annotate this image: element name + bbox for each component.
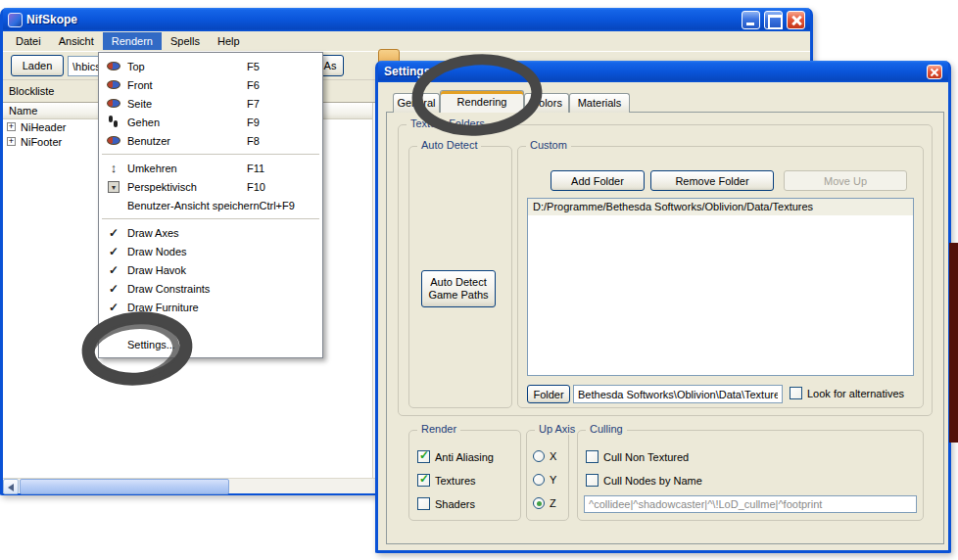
menu-spells[interactable]: Spells: [162, 32, 209, 50]
scroll-left-button[interactable]: [3, 479, 19, 494]
close-button[interactable]: [787, 11, 805, 29]
footsteps-icon: [108, 116, 120, 128]
main-titlebar[interactable]: NifSkope: [3, 8, 810, 31]
menu-item-gehen[interactable]: Gehen F9: [100, 113, 321, 131]
checkbox-label: Cull Non Textured: [603, 451, 689, 463]
menu-datei[interactable]: Datei: [7, 32, 50, 50]
checkbox-label: Textures: [435, 475, 476, 487]
menu-item-label: Front: [124, 79, 247, 91]
load-button[interactable]: Laden: [11, 55, 64, 76]
menu-item-label: Perspektivisch: [124, 181, 247, 193]
flip-view-icon: [111, 161, 118, 175]
checkmark-icon: [109, 245, 119, 258]
tab-general[interactable]: General: [393, 93, 440, 113]
scrollbar-thumb[interactable]: [20, 479, 229, 494]
auto-detect-game-paths-button[interactable]: Auto Detect Game Paths: [421, 270, 496, 307]
look-for-alternatives-checkbox[interactable]: Look for alternatives: [790, 387, 904, 399]
menu-item-draw-nodes[interactable]: Draw Nodes: [100, 242, 321, 260]
menu-item-perspektivisch[interactable]: Perspektivisch F10: [100, 177, 321, 196]
settings-dialog: Settings General Rendering Colors Materi…: [375, 61, 951, 553]
axis-y-radio[interactable]: Y: [533, 474, 556, 486]
radio-label: Z: [550, 497, 556, 509]
group-title: Culling: [586, 423, 627, 435]
menu-item-shortcut: F5: [247, 61, 317, 72]
remove-folder-button[interactable]: Remove Folder: [650, 170, 774, 191]
radio-label: Y: [550, 474, 556, 486]
group-title: Texture Folders: [407, 117, 489, 129]
menu-item-label: Draw Furniture: [124, 302, 247, 313]
menu-item-benutzer[interactable]: Benutzer F8: [100, 131, 321, 150]
axis-x-radio[interactable]: X: [533, 450, 556, 462]
shaders-checkbox[interactable]: Shaders: [417, 497, 475, 510]
group-title: Up Axis: [535, 423, 579, 435]
folder-path-input[interactable]: [573, 385, 783, 403]
menu-item-front[interactable]: Front F6: [100, 75, 321, 94]
expand-icon[interactable]: [7, 122, 16, 131]
menu-item-shortcut: F10: [247, 181, 317, 193]
checkbox-label: Look for alternatives: [807, 388, 904, 399]
checkbox-icon: [417, 497, 430, 510]
view-side-icon: [107, 99, 120, 108]
cull-non-textured-checkbox[interactable]: Cull Non Textured: [586, 450, 689, 463]
menu-item-shortcut: Ctrl+F9: [260, 200, 330, 211]
checkbox-icon: [586, 474, 599, 487]
list-item[interactable]: D:/Programme/Bethesda Softworks/Oblivion…: [528, 199, 913, 215]
checkbox-icon: [586, 450, 599, 463]
button-label-line2: Game Paths: [428, 289, 488, 302]
menu-item-hidden-by-marker[interactable]: [100, 316, 321, 335]
menu-item-top[interactable]: Top F5: [100, 57, 321, 75]
menu-item-seite[interactable]: Seite F7: [100, 94, 321, 113]
menu-item-label: Umkehren: [124, 163, 247, 174]
menu-item-benutzer-ansicht-speichern[interactable]: Benutzer-Ansicht speichern Ctrl+F9: [100, 196, 321, 214]
menu-item-label: Draw Axes: [124, 227, 247, 239]
texture-folder-list[interactable]: D:/Programme/Bethesda Softworks/Oblivion…: [527, 198, 914, 376]
menu-ansicht[interactable]: Ansicht: [50, 32, 103, 50]
move-up-button[interactable]: Move Up: [784, 170, 907, 191]
radio-label: X: [550, 450, 556, 462]
menu-item-shortcut: F7: [247, 98, 317, 110]
screen-edge-strip: [949, 243, 958, 443]
menubar: Datei Ansicht Rendern Spells Help: [3, 31, 810, 51]
tab-materials[interactable]: Materials: [569, 93, 630, 113]
dialog-titlebar[interactable]: Settings: [378, 61, 948, 82]
menu-item-label: Benutzer: [124, 135, 247, 147]
menu-item-settings[interactable]: Settings...: [100, 335, 321, 353]
maximize-button[interactable]: [764, 11, 783, 29]
menu-item-draw-constraints[interactable]: Draw Constraints: [100, 279, 321, 298]
window-title: NifSkope: [26, 13, 738, 26]
menu-separator: [102, 154, 319, 155]
menu-help[interactable]: Help: [209, 32, 249, 50]
dialog-close-button[interactable]: [927, 65, 942, 79]
axis-z-radio[interactable]: Z: [533, 497, 556, 509]
view-front-icon: [107, 80, 120, 89]
group-title: Render: [417, 423, 460, 435]
menu-item-label: Gehen: [124, 117, 247, 128]
textures-checkbox[interactable]: Textures: [417, 474, 476, 487]
folder-button[interactable]: Folder: [527, 385, 570, 403]
minimize-button[interactable]: [742, 11, 760, 29]
menu-item-draw-havok[interactable]: Draw Havok: [100, 260, 321, 279]
checkbox-label: Anti Aliasing: [435, 451, 494, 463]
menu-item-label: Settings...: [124, 339, 247, 350]
tree-item-label: NiHeader: [21, 121, 66, 133]
checkbox-label: Cull Nodes by Name: [603, 475, 702, 487]
checkmark-icon: [109, 226, 119, 240]
menu-rendern[interactable]: Rendern: [103, 32, 162, 50]
menu-item-label: Benutzer-Ansicht speichern: [124, 200, 260, 211]
checkmark-icon: [109, 263, 119, 277]
expand-icon[interactable]: [7, 137, 16, 146]
menu-item-umkehren[interactable]: Umkehren F11: [100, 159, 321, 177]
tab-rendering[interactable]: Rendering: [440, 90, 524, 113]
menu-item-draw-furniture[interactable]: Draw Furniture: [100, 298, 321, 316]
cull-nodes-by-name-checkbox[interactable]: Cull Nodes by Name: [586, 474, 702, 487]
menu-item-label: Draw Constraints: [124, 283, 247, 295]
anti-aliasing-checkbox[interactable]: Anti Aliasing: [417, 450, 494, 463]
radio-icon: [533, 497, 545, 509]
checkmark-icon: [109, 282, 119, 296]
checkbox-icon: [417, 474, 430, 487]
tab-colors[interactable]: Colors: [524, 93, 569, 113]
view-top-icon: [107, 62, 120, 70]
menu-item-draw-axes[interactable]: Draw Axes: [100, 223, 321, 242]
add-folder-button[interactable]: Add Folder: [551, 170, 645, 191]
cull-filter-input[interactable]: [584, 495, 917, 513]
